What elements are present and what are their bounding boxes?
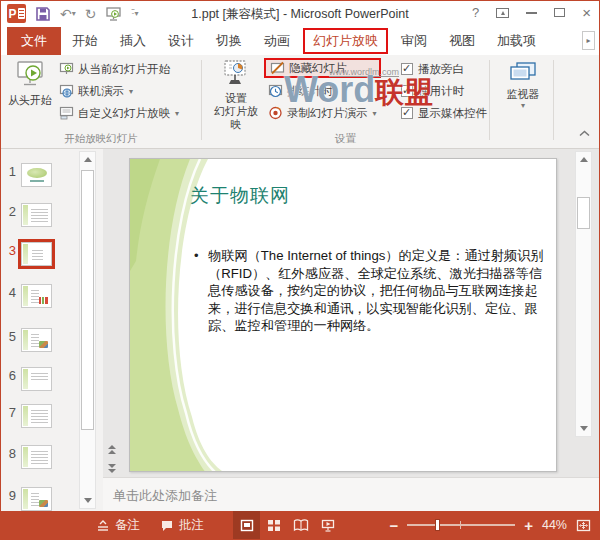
tab-view[interactable]: 视图 [438, 27, 486, 55]
scroll-up-icon[interactable] [80, 152, 95, 167]
custom-slideshow-icon [59, 106, 74, 120]
close-icon[interactable]: × [582, 5, 591, 20]
slide-sorter-icon [267, 519, 281, 532]
titlebar: P ↶▾ ↻ ⸚▾ 1.ppt [兼容模式] - Microsoft Power… [1, 1, 599, 27]
slide-body-placeholder[interactable]: • 物联网（The Internet of things）的定义是：通过射频识别… [194, 247, 546, 335]
scroll-up-icon[interactable] [576, 152, 591, 167]
slide-thumbnail-7[interactable]: 7 [1, 404, 52, 428]
zoom-slider[interactable] [407, 519, 515, 531]
thumbnail-image [21, 367, 52, 391]
slide-title-text[interactable]: 关于物联网 [190, 183, 290, 209]
view-switcher [233, 511, 341, 539]
custom-slideshow-label: 自定义幻灯片放映 [78, 106, 170, 121]
slide-thumbnail-5[interactable]: 5 [1, 328, 52, 352]
thumbnail-image [21, 404, 52, 428]
notes-toggle-button[interactable]: 备注 [96, 517, 140, 534]
tab-transitions[interactable]: 切换 [205, 27, 253, 55]
minimize-icon[interactable] [526, 11, 537, 14]
zoom-in-icon[interactable]: + [524, 518, 533, 533]
setup-slideshow-button[interactable]: 设置幻灯片放映 [209, 59, 263, 131]
tab-review[interactable]: 审阅 [390, 27, 438, 55]
slide-thumbnail-3-selected[interactable]: 3 [1, 242, 52, 266]
record-slideshow-label: 录制幻灯片演示 [287, 106, 368, 121]
zoom-percentage[interactable]: 44% [542, 518, 567, 532]
comments-toggle-label: 批注 [179, 517, 204, 534]
play-narrations-label: 播放旁白 [418, 62, 464, 77]
slide-thumbnail-4[interactable]: 4 [1, 284, 52, 308]
ribbon-display-options-icon[interactable] [496, 8, 509, 18]
comments-toggle-button[interactable]: 批注 [160, 517, 204, 534]
status-bar: 备注 批注 − [1, 511, 599, 539]
thumbnail-scrollbar-thumb[interactable] [81, 170, 94, 430]
custom-slideshow-dropdown-icon: ▾ [175, 109, 179, 118]
slide-number: 2 [1, 203, 21, 219]
thumbnail-image [21, 487, 52, 511]
tab-insert[interactable]: 插入 [109, 27, 157, 55]
slideshow-view-icon [321, 519, 335, 532]
tab-overflow-arrow-icon[interactable]: ▸ [582, 31, 595, 50]
play-narrations-checkbox[interactable]: 播放旁白 [401, 58, 487, 80]
scroll-down-icon[interactable] [576, 421, 591, 436]
thumbnail-scrollbar[interactable] [79, 151, 96, 509]
record-slideshow-icon [268, 106, 283, 120]
slide-sorter-view-button[interactable] [260, 511, 287, 539]
normal-view-icon [240, 519, 254, 532]
record-slideshow-button[interactable]: 录制幻灯片演示 ▾ [264, 102, 381, 124]
slide-number: 4 [1, 284, 21, 300]
slide-canvas[interactable]: 关于物联网 • 物联网（The Internet of things）的定义是：… [129, 158, 557, 472]
notes-pane[interactable]: 单击此处添加备注 [103, 477, 599, 511]
monitors-button[interactable]: 监视器 ▾ [495, 61, 551, 110]
custom-slideshow-button[interactable]: 自定义幻灯片放映 ▾ [55, 102, 183, 124]
fit-slide-to-window-icon[interactable] [576, 519, 591, 532]
reading-view-button[interactable] [287, 511, 314, 539]
tab-home[interactable]: 开始 [61, 27, 109, 55]
present-online-label: 联机演示 [78, 84, 124, 99]
editor-scrollbar-thumb[interactable] [577, 197, 590, 229]
scroll-down-icon[interactable] [80, 493, 95, 508]
tab-animations[interactable]: 动画 [253, 27, 301, 55]
zoom-out-icon[interactable]: − [389, 518, 398, 533]
rehearse-timings-icon [268, 84, 283, 98]
maximize-icon[interactable] [554, 8, 565, 17]
from-current-slide-button[interactable]: 从当前幻灯片开始 [55, 58, 183, 80]
thumbnail-image [21, 445, 52, 469]
present-online-dropdown-icon: ▾ [129, 87, 133, 96]
editor-scrollbar[interactable] [575, 151, 592, 437]
checkbox-checked-icon [401, 63, 413, 75]
rehearse-timings-button[interactable]: 排练计时 [264, 80, 381, 102]
present-online-icon [59, 84, 74, 98]
hide-slide-icon [270, 61, 285, 75]
previous-slide-button[interactable] [103, 441, 120, 457]
slide-number: 8 [1, 445, 21, 461]
slide-thumbnail-8[interactable]: 8 [1, 445, 52, 469]
setup-show-label-line1: 设置 [225, 92, 247, 104]
slide-bullet-text: 物联网（The Internet of things）的定义是：通过射频识别（R… [208, 247, 546, 335]
collapse-ribbon-icon[interactable] [579, 123, 590, 141]
slide-number: 3 [1, 242, 21, 258]
normal-view-button[interactable] [233, 511, 260, 539]
tab-file[interactable]: 文件 [7, 27, 61, 55]
slide-editor-area: 关于物联网 • 物联网（The Internet of things）的定义是：… [103, 149, 599, 477]
setup-slideshow-icon [220, 59, 252, 89]
slideshow-view-button[interactable] [314, 511, 341, 539]
help-icon[interactable]: ? [472, 6, 479, 19]
use-timings-checkbox[interactable]: 使用计时 [401, 80, 487, 102]
slide-thumbnail-2[interactable]: 2 [1, 203, 52, 227]
show-media-controls-checkbox[interactable]: 显示媒体控件 [401, 102, 487, 124]
powerpoint-window: P ↶▾ ↻ ⸚▾ 1.ppt [兼容模式] - Microsoft Power… [0, 0, 600, 540]
slide-thumbnail-1[interactable]: 1 [1, 163, 52, 187]
tab-addins[interactable]: 加载项 [486, 27, 547, 55]
next-slide-button[interactable] [103, 460, 120, 476]
from-current-slide-label: 从当前幻灯片开始 [78, 62, 170, 77]
from-beginning-button[interactable]: 从头开始 [7, 59, 53, 107]
present-online-button[interactable]: 联机演示 ▾ [55, 80, 183, 102]
tab-slide-show-active[interactable]: 幻灯片放映 [303, 28, 388, 54]
slide-thumbnail-9[interactable]: 9 [1, 487, 52, 511]
zoom-slider-thumb[interactable] [435, 519, 440, 531]
tab-design[interactable]: 设计 [157, 27, 205, 55]
ribbon-separator [553, 60, 554, 140]
slide-thumbnail-6[interactable]: 6 [1, 367, 52, 391]
start-group-label: 开始放映幻灯片 [1, 132, 201, 146]
hide-slide-button-highlighted[interactable]: 隐藏幻灯片 [264, 58, 381, 78]
monitors-icon [509, 61, 537, 85]
